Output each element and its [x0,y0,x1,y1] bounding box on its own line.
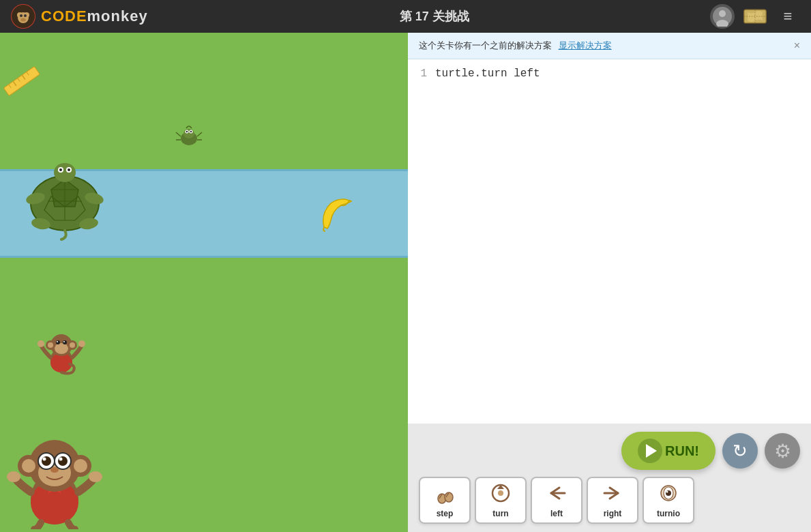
svg-point-5 [24,14,27,17]
svg-point-73 [59,458,63,461]
svg-point-3 [18,12,29,23]
bottom-controls: RUN! ↻ ⚙ step [408,424,811,532]
turn-icon [490,482,512,507]
code-blocks-toolbar: step turn l [419,477,800,524]
header: CODEmonkey 第 17 关挑战 ≡ [0,0,811,33]
svg-point-55 [63,341,65,342]
svg-point-54 [57,341,58,342]
svg-point-51 [55,343,68,354]
settings-button[interactable]: ⚙ [765,433,800,469]
svg-point-84 [666,491,668,493]
left-icon [546,482,567,507]
bug [174,121,205,155]
map-icon[interactable] [743,4,767,29]
svg-point-6 [20,18,26,22]
reset-icon: ↻ [733,441,748,462]
run-area: RUN! ↻ ⚙ [419,432,800,470]
svg-point-25 [54,163,76,182]
svg-point-76 [89,471,102,482]
logo-text: CODEmonkey [41,8,148,25]
svg-point-39 [190,131,192,132]
logo-area: CODEmonkey [0,4,159,29]
svg-point-50 [70,342,75,348]
turnio-icon [658,482,679,507]
svg-point-4 [20,14,23,17]
line-number-1: 1 [408,68,435,80]
svg-point-53 [63,340,67,344]
svg-point-75 [7,471,20,482]
turnio-label: turnio [657,509,680,518]
svg-point-65 [74,459,87,473]
banana [314,193,358,240]
svg-point-70 [42,456,51,466]
svg-point-56 [38,340,44,347]
svg-point-35 [183,129,194,138]
settings-icon: ⚙ [774,440,791,462]
game-background [0,33,408,532]
header-challenge-title: 第 17 关挑战 [159,8,710,25]
run-button[interactable]: RUN! [621,432,716,470]
run-label: RUN! [665,443,699,459]
right-label: right [604,509,622,518]
left-label: left [550,509,563,518]
code-content-1[interactable]: turtle.turn left [435,68,540,80]
code-editor[interactable]: 1 turtle.turn left [408,59,811,424]
svg-point-63 [22,459,35,473]
turn-label: turn [492,509,508,518]
svg-point-29 [68,168,70,171]
svg-point-38 [186,131,188,132]
svg-point-8 [719,10,726,17]
notification-bar: 这个关卡你有一个之前的解决方案 显示解决方案 × [408,33,811,59]
notification-link[interactable]: 显示解决方案 [559,40,612,50]
svg-point-45 [50,353,72,372]
svg-rect-13 [3,66,40,95]
game-area [0,33,408,532]
svg-point-28 [59,168,62,171]
svg-line-40 [176,132,181,136]
header-right: ≡ [710,4,811,29]
svg-point-78 [445,492,453,502]
code-block-left[interactable]: left [531,477,583,524]
reset-button[interactable]: ↻ [722,433,758,469]
turtle [20,159,109,243]
step-icon [434,482,456,507]
notification-close[interactable]: × [794,40,800,52]
monkey-main [0,417,113,532]
svg-point-71 [58,456,68,466]
menu-icon[interactable]: ≡ [776,4,800,29]
profile-icon[interactable] [710,4,735,29]
play-triangle [646,444,657,458]
notification-message: 这个关卡你有一个之前的解决方案 [419,40,552,50]
code-block-turn[interactable]: turn [475,477,527,524]
svg-point-52 [56,340,60,344]
code-line-1: 1 turtle.turn left [408,66,811,81]
svg-point-74 [50,467,59,473]
svg-point-80 [498,490,503,496]
code-panel: 这个关卡你有一个之前的解决方案 显示解决方案 × 1 turtle.turn l… [408,33,811,532]
step-label: step [437,509,454,518]
logo-monkey[interactable] [11,4,35,29]
svg-point-48 [48,342,53,348]
svg-line-42 [197,132,202,136]
code-block-right[interactable]: right [587,477,638,524]
code-block-step[interactable]: step [419,477,471,524]
monkey-small [34,326,89,383]
svg-point-57 [78,340,85,347]
right-icon [602,482,623,507]
run-play-icon [638,439,662,463]
code-block-turnio[interactable]: turnio [643,477,694,524]
notification-text: 这个关卡你有一个之前的解决方案 显示解决方案 [419,40,787,52]
svg-point-72 [43,458,46,461]
ruler [0,60,44,107]
